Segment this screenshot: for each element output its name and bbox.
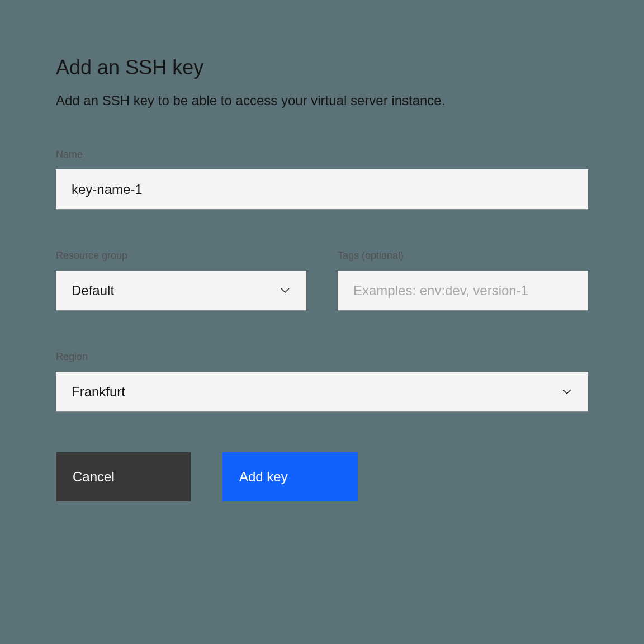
add-key-button[interactable]: Add key: [222, 452, 358, 501]
add-ssh-key-modal: Add an SSH key Add an SSH key to be able…: [56, 56, 588, 501]
region-field: Region Frankfurt: [56, 351, 588, 412]
cancel-button[interactable]: Cancel: [56, 452, 191, 501]
modal-subtitle: Add an SSH key to be able to access your…: [56, 93, 588, 108]
name-input[interactable]: [56, 169, 588, 210]
name-field: Name: [56, 149, 588, 210]
resource-group-field: Resource group Default: [56, 250, 306, 311]
name-label: Name: [56, 149, 588, 160]
tags-field: Tags (optional): [338, 250, 588, 311]
region-value: Frankfurt: [72, 384, 561, 400]
tags-label: Tags (optional): [338, 250, 588, 262]
tags-input[interactable]: [338, 271, 588, 311]
region-label: Region: [56, 351, 588, 363]
region-select[interactable]: Frankfurt: [56, 372, 588, 412]
chevron-down-icon: [561, 386, 572, 397]
button-row: Cancel Add key: [56, 452, 588, 501]
resource-group-label: Resource group: [56, 250, 306, 262]
chevron-down-icon: [280, 285, 291, 296]
modal-title: Add an SSH key: [56, 56, 588, 79]
resource-group-select[interactable]: Default: [56, 271, 306, 311]
resource-group-value: Default: [72, 283, 280, 299]
